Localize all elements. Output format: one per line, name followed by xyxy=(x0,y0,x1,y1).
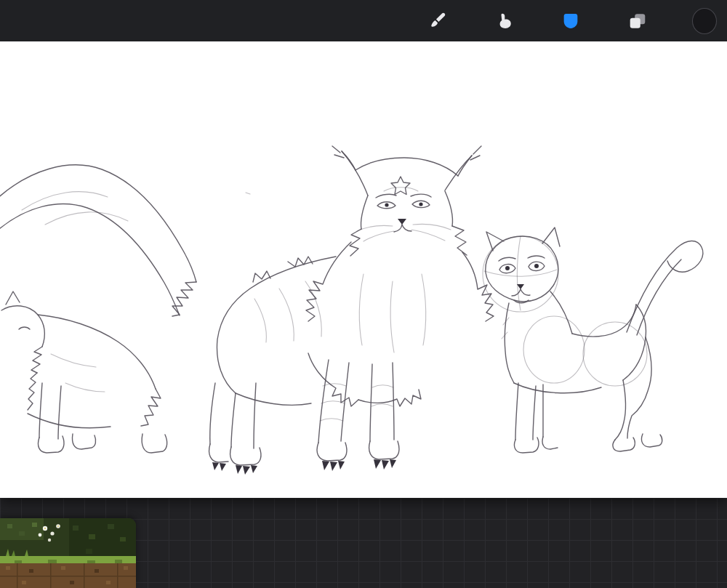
reference-thumbnail[interactable] xyxy=(0,518,136,588)
eraser-tool-button[interactable] xyxy=(558,9,583,33)
layers-button[interactable] xyxy=(625,9,650,33)
smudge-tool-button[interactable] xyxy=(491,9,516,33)
cat-sketch xyxy=(0,41,727,498)
color-swatch-button[interactable] xyxy=(692,9,717,33)
minecraft-thumbnail-image xyxy=(0,518,136,588)
layers-icon xyxy=(628,12,647,31)
tool-group xyxy=(425,9,717,33)
toolbar xyxy=(0,0,727,41)
brush-tool-button[interactable] xyxy=(425,9,449,33)
drawing-canvas[interactable] xyxy=(0,41,727,498)
app-window xyxy=(0,0,727,588)
paintbrush-icon xyxy=(427,12,446,31)
eraser-icon xyxy=(561,11,581,31)
color-swatch xyxy=(692,8,717,34)
smudge-finger-icon xyxy=(494,12,513,31)
